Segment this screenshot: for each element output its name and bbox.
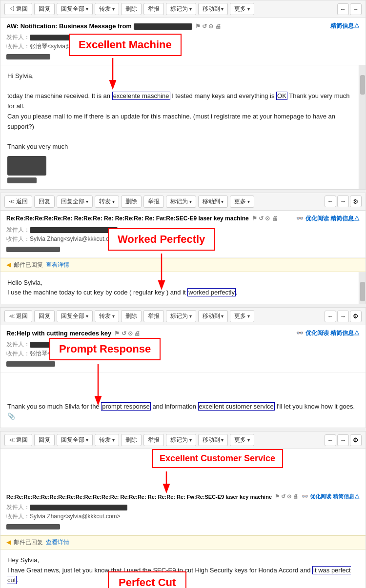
reply-all-btn-2[interactable]: 回复全部 [57, 196, 93, 208]
body-text-1: today the maschine received. It is an ex… [7, 91, 352, 112]
mark-btn-1[interactable]: 标记为 [166, 3, 196, 15]
prev-btn-2[interactable]: ← [325, 196, 336, 207]
email-panel-2: ≪ 返回 回复 回复全部 转发 删除 举报 标记为 移动到 更多 ← → ⚙ R… [0, 193, 366, 304]
more-btn-2[interactable]: 更多 [230, 196, 254, 208]
reply-btn-1[interactable]: 回复 [34, 3, 55, 15]
forward-btn-3[interactable]: 转发 [95, 310, 119, 322]
delete-btn-3[interactable]: 删除 [121, 310, 142, 322]
replied-text-4: 邮件已回复 [14, 538, 43, 547]
email-meta-1: 发件人： 收件人：张怡琴<sylvia@kkkcut.com> [6, 33, 360, 61]
email-header-1: AW: Notification: Business Message from … [0, 18, 366, 65]
delete-btn-1[interactable]: 删除 [121, 3, 142, 15]
replied-text-2: 邮件已回复 [14, 261, 43, 269]
reply-btn-3[interactable]: 回复 [34, 310, 55, 322]
move-btn-4[interactable]: 移动到 [198, 434, 228, 446]
report-btn-2[interactable]: 举报 [143, 196, 164, 208]
reply-btn-2[interactable]: 回复 [34, 196, 55, 208]
next-btn-2[interactable]: → [337, 196, 349, 207]
move-btn-1[interactable]: 移动到 [198, 3, 228, 15]
email-subject-3: Re:Help with cutting mercedes key ⚑ ↺ ⊙ … [6, 329, 360, 337]
compact-link-1[interactable]: 精简信息△ [330, 22, 360, 30]
compact-link-4[interactable]: 👓 优化阅读 精简信息△ [302, 493, 360, 500]
to-value-1: 张怡琴<sylvia@kkkcut.com> [30, 43, 104, 50]
highlight-excellent-service: excellent customer service [198, 402, 275, 411]
view-detail-link-2[interactable]: 查看详情 [46, 261, 69, 269]
more-btn-4[interactable]: 更多 [230, 434, 254, 446]
back-btn-1[interactable]: ◁ 返回 [4, 3, 32, 15]
mark-btn-4[interactable]: 标记为 [166, 434, 196, 446]
back-btn-4[interactable]: ≪ 返回 [4, 434, 32, 446]
next-btn-4[interactable]: → [337, 434, 349, 446]
prev-btn-4[interactable]: ← [325, 434, 336, 446]
email-meta-4: 发件人： 收件人：Sylvia Zhang<sylvia@kkkcut.com> [6, 503, 360, 531]
delete-btn-2[interactable]: 删除 [121, 196, 142, 208]
prev-btn-1[interactable]: ← [337, 3, 349, 15]
move-btn-3[interactable]: 移动到 [198, 310, 228, 322]
forward-btn-2[interactable]: 转发 [95, 196, 119, 208]
report-btn-4[interactable]: 举报 [143, 434, 164, 446]
email-body-4: Hey Sylvia, I have Great news, just let … [0, 549, 366, 588]
reply-btn-4[interactable]: 回复 [34, 434, 55, 446]
next-btn-3[interactable]: → [337, 311, 349, 322]
subject-text-4: Re:Re:Re:Re:Re:Re:Re:Re:Re:Re:Re:Re:Re: … [6, 494, 272, 500]
body-text-panel3: Thank you so much Silvia for the prompt … [7, 402, 359, 422]
email-body-1: Hi Sylvia, today the maschine received. … [0, 65, 366, 189]
prev-btn-3[interactable]: ← [325, 311, 336, 322]
report-btn-3[interactable]: 举报 [143, 310, 164, 322]
email-panel-3: ≪ 返回 回复 回复全部 转发 删除 举报 标记为 移动到 更多 ← → ⚙ R… [0, 307, 366, 428]
gear-btn-3[interactable]: ⚙ [350, 311, 362, 322]
gear-btn-4[interactable]: ⚙ [350, 434, 362, 446]
next-btn-1[interactable]: → [350, 3, 362, 15]
reply-all-btn-3[interactable]: 回复全部 [57, 310, 93, 322]
subject-text-3: Re:Help with cutting mercedes key [6, 330, 111, 337]
body-greeting-4: Hey Sylvia, [7, 555, 359, 566]
email-meta-3: 发件人： 收件人：张怡琴<sylvia@kkkcut.com> [6, 340, 360, 368]
scroll-thumb-2[interactable] [360, 282, 365, 301]
reply-all-btn-1[interactable]: 回复全部 [57, 3, 93, 15]
replied-notice-4: ◀ 邮件已回复 查看详情 [0, 535, 366, 549]
email-panel-1: ◁ 返回 回复 回复全部 转发 删除 举报 标记为 移动到 更多 ← → AW:… [0, 0, 366, 190]
report-btn-1[interactable]: 举报 [143, 3, 164, 15]
email-subject-4: Re:Re:Re:Re:Re:Re:Re:Re:Re:Re:Re:Re:Re: … [6, 493, 360, 500]
email-header-3: Re:Help with cutting mercedes key ⚑ ↺ ⊙ … [0, 325, 366, 372]
back-btn-2[interactable]: ≪ 返回 [4, 196, 32, 208]
signature-1 [7, 156, 46, 176]
forward-btn-1[interactable]: 转发 [95, 3, 119, 15]
email-body-3: Thank you so much Silvia for the prompt … [0, 372, 366, 428]
scrollbar-1[interactable] [359, 65, 366, 189]
view-detail-link-4[interactable]: 查看详情 [46, 538, 69, 547]
back-btn-3[interactable]: ≪ 返回 [4, 310, 32, 322]
subject-icons-4: ⚑ ↺ ⊙ 🖨 [275, 493, 298, 500]
email-subject-2: Re:Re:Re:Re:Re:Re:Re: Re:Re:Re: Re: Re:R… [6, 215, 360, 223]
body-thanks-4: Thanks [7, 586, 359, 588]
scrollbar-2[interactable] [359, 272, 366, 304]
forward-btn-4[interactable]: 转发 [95, 434, 119, 446]
reply-arrow-icon-4: ◀ [6, 539, 11, 546]
mark-btn-2[interactable]: 标记为 [166, 196, 196, 208]
body-text-panel2: I use the machine today to cut key by co… [7, 288, 352, 298]
to-value-4: Sylvia Zhang<sylvia@kkkcut.com> [30, 513, 121, 520]
more-btn-3[interactable]: 更多 [230, 310, 254, 322]
highlight-perfect-cut: it was perfect cut [7, 566, 351, 585]
email-meta-2: 发件人： 收件人：Sylvia Zhang<sylvia@kkkcut.com> [6, 225, 360, 254]
body-text-2: Can you please mail to me if there is an… [7, 112, 352, 132]
compact-link-2[interactable]: 👓 优化阅读 精简信息△ [296, 215, 360, 223]
highlight-prompt-response: prompt response [101, 402, 151, 411]
delete-btn-4[interactable]: 删除 [121, 434, 142, 446]
mark-btn-3[interactable]: 标记为 [166, 310, 196, 322]
move-btn-2[interactable]: 移动到 [198, 196, 228, 208]
scroll-thumb-1[interactable] [360, 75, 365, 95]
gear-btn-2[interactable]: ⚙ [350, 196, 362, 207]
replied-notice-2: ◀ 邮件已回复 查看详情 [0, 258, 366, 272]
body-greeting-2: Hello Sylvia, [7, 278, 352, 288]
subject-icons-3: ⚑ ↺ ⊙ 🖨 [114, 330, 140, 337]
to-label-1: 收件人： [6, 43, 30, 50]
compact-link-3[interactable]: 👓 优化阅读 精简信息△ [296, 329, 360, 337]
subject-text-2: Re:Re:Re:Re:Re:Re:Re: Re:Re:Re: Re: Re:R… [6, 215, 249, 222]
toolbar-3: ≪ 返回 回复 回复全部 转发 删除 举报 标记为 移动到 更多 ← → ⚙ [0, 308, 366, 325]
more-btn-1[interactable]: 更多 [230, 3, 254, 15]
subject-icons-2: ⚑ ↺ ⊙ 🖨 [252, 215, 278, 222]
reply-all-btn-4[interactable]: 回复全部 [57, 434, 93, 446]
toolbar-1: ◁ 返回 回复 回复全部 转发 删除 举报 标记为 移动到 更多 ← → [0, 0, 366, 18]
to-value-3: 张怡琴<sylvia@kkkcut.com> [30, 350, 104, 357]
